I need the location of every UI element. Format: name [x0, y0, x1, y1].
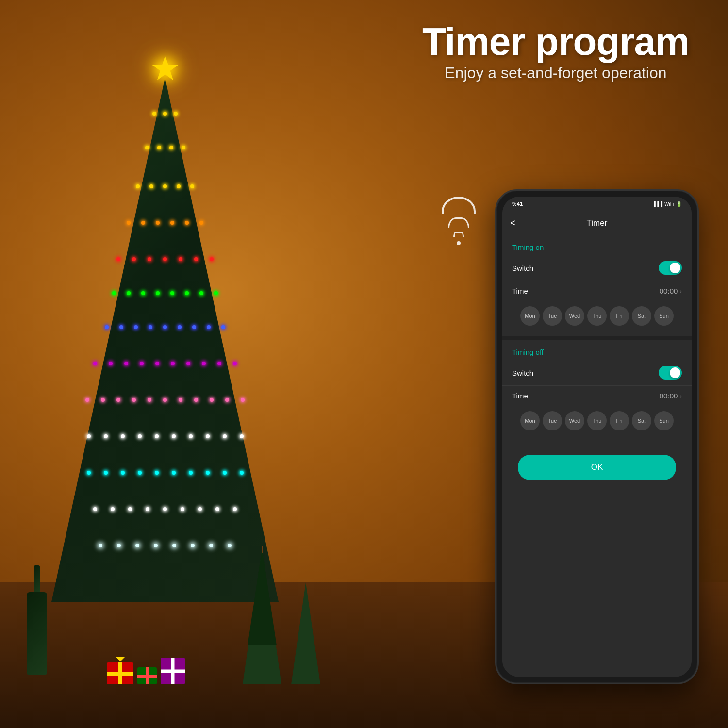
led-row-yellow-top — [24, 112, 306, 116]
app-ui: 9:41 ▐▐▐ WiFi 🔋 < Timer Timing — [502, 197, 692, 677]
timing-off-label: Timing off — [502, 340, 692, 360]
title-overlay: Timer program Enjoy a set-and-forget ope… — [422, 19, 689, 82]
small-tree-2 — [291, 582, 320, 684]
ok-button[interactable]: OK — [518, 455, 676, 480]
timing-on-switch-label: Switch — [512, 264, 533, 272]
timing-off-toggle[interactable] — [659, 366, 682, 380]
timing-on-switch-row: Switch — [502, 255, 692, 281]
tree-shape — [39, 78, 291, 602]
timing-on-day-fri[interactable]: Fri — [610, 306, 629, 326]
page-title: Timer program — [422, 19, 689, 64]
timing-off-day-wed[interactable]: Wed — [565, 411, 584, 430]
timing-off-day-sat[interactable]: Sat — [632, 411, 651, 430]
led-row-purple — [24, 362, 306, 365]
timing-off-time-row[interactable]: Time: 00:00 › — [502, 386, 692, 406]
timing-off-day-mon[interactable]: Mon — [520, 411, 540, 430]
status-time: 9:41 — [512, 201, 523, 207]
small-tree-1: | — [243, 548, 281, 684]
led-row-red — [24, 257, 306, 261]
bottle — [27, 565, 47, 675]
timing-on-day-sat[interactable]: Sat — [632, 306, 651, 326]
led-row-green — [24, 291, 306, 295]
timing-on-day-sun[interactable]: Sun — [654, 306, 674, 326]
phone-volume-down — [495, 317, 496, 346]
timing-off-day-fri[interactable]: Fri — [610, 411, 629, 430]
header-title: Timer — [587, 218, 608, 228]
timing-off-switch-label: Switch — [512, 369, 533, 377]
phone-volume-up — [495, 278, 496, 307]
timing-on-day-mon[interactable]: Mon — [520, 306, 540, 326]
timing-on-days: Mon Tue Wed Thu Fri Sat Sun — [502, 301, 692, 332]
led-row-white-1 — [24, 434, 306, 438]
timing-off-switch-row: Switch — [502, 360, 692, 386]
tree-body — [39, 78, 291, 602]
timing-on-day-thu[interactable]: Thu — [587, 306, 607, 326]
timing-off-time-label: Time: — [512, 392, 530, 400]
timing-on-time-chevron: › — [679, 287, 682, 295]
app-header: < Timer — [502, 211, 692, 235]
timing-on-day-tue[interactable]: Tue — [543, 306, 562, 326]
phone-power-button — [697, 298, 699, 341]
timing-off-time-value: 00:00 › — [660, 392, 682, 400]
timing-on-toggle[interactable] — [659, 261, 682, 275]
status-icons: ▐▐▐ WiFi 🔋 — [652, 201, 682, 207]
timing-off-section: Timing off Switch Time: 00:00 › — [502, 340, 692, 437]
timing-off-day-sun[interactable]: Sun — [654, 411, 674, 430]
timing-off-day-thu[interactable]: Thu — [587, 411, 607, 430]
timing-on-time-value: 00:00 › — [660, 287, 682, 295]
timing-on-section: Timing on Switch Time: 00:00 › — [502, 235, 692, 332]
timing-on-label: Timing on — [502, 235, 692, 255]
timing-off-toggle-knob — [670, 367, 680, 378]
back-button[interactable]: < — [510, 217, 516, 229]
status-bar: 9:41 ▐▐▐ WiFi 🔋 — [502, 197, 692, 211]
timing-off-days: Mon Tue Wed Thu Fri Sat Sun — [502, 406, 692, 437]
phone-body: 9:41 ▐▐▐ WiFi 🔋 < Timer Timing — [495, 189, 699, 684]
section-divider — [502, 336, 692, 340]
timing-off-time-chevron: › — [679, 392, 682, 400]
phone-screen: 9:41 ▐▐▐ WiFi 🔋 < Timer Timing — [502, 197, 692, 677]
phone-container: 9:41 ▐▐▐ WiFi 🔋 < Timer Timing — [495, 189, 699, 684]
ok-button-container: OK — [502, 441, 692, 486]
wifi-icon — [442, 197, 476, 245]
timing-on-time-label: Time: — [512, 287, 530, 295]
page-subtitle: Enjoy a set-and-forget operation — [422, 64, 689, 82]
timing-on-time-row[interactable]: Time: 00:00 › — [502, 281, 692, 301]
timing-off-day-tue[interactable]: Tue — [543, 411, 562, 430]
led-row-orange — [24, 221, 306, 225]
led-row-yellow-2 — [24, 146, 306, 149]
led-row-white-2 — [24, 471, 306, 475]
led-row-white-3 — [24, 507, 306, 511]
gift-boxes — [107, 658, 185, 684]
timing-on-day-wed[interactable]: Wed — [565, 306, 584, 326]
led-row-blue — [24, 325, 306, 329]
led-row-yellow-3 — [24, 184, 306, 188]
led-row-pink — [24, 398, 306, 402]
led-row-white-4 — [24, 544, 306, 547]
christmas-tree: ★ — [24, 39, 306, 621]
timing-on-toggle-knob — [670, 263, 680, 273]
app-content: Timing on Switch Time: 00:00 › — [502, 235, 692, 677]
